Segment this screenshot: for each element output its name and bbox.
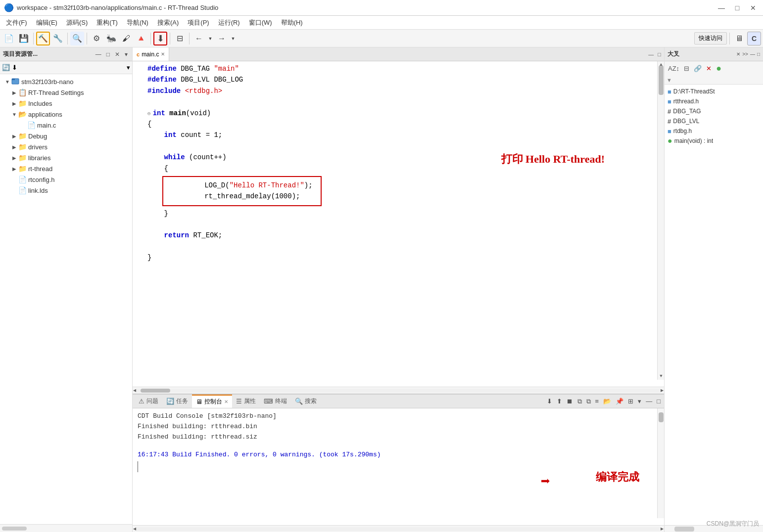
editor-hscroll[interactable]: ◀ ▶	[133, 387, 664, 394]
editor-vscroll[interactable]: ▲ ▼	[657, 61, 664, 380]
tree-item-applications[interactable]: ▼ 📂 applications	[0, 109, 132, 120]
maximize-button[interactable]: □	[731, 2, 743, 14]
chscroll-right[interactable]: ▶	[660, 527, 664, 531]
flash-button[interactable]: ⬇	[153, 32, 167, 45]
console-ctrl-copy2[interactable]: ⧉	[585, 397, 592, 406]
tab-properties[interactable]: ☰ 属性	[232, 395, 260, 408]
tree-item-includes[interactable]: ▶ 📁 Includes	[0, 98, 132, 109]
grid-button[interactable]: ⊟	[173, 32, 187, 45]
console-tab-close[interactable]: ✕	[224, 399, 228, 404]
menu-edit[interactable]: 编辑(E)	[32, 17, 61, 29]
back-dropdown[interactable]: ▼	[207, 32, 214, 45]
forward-button[interactable]: →	[215, 32, 229, 45]
tree-arrow-drivers[interactable]: ▶	[11, 144, 18, 150]
menu-navigate[interactable]: 导航(N)	[123, 17, 152, 29]
quick-access-button[interactable]: 快速访问	[694, 32, 727, 44]
console-ctrl-stop[interactable]: ⏹	[565, 397, 574, 406]
tree-item-rt-settings[interactable]: ▶ 📋 RT-Thread Settings	[0, 87, 132, 98]
menu-window[interactable]: 窗口(W)	[245, 17, 276, 29]
tree-arrow-includes[interactable]: ▶	[11, 101, 18, 106]
tree-item-link-lds[interactable]: 📄 link.lds	[0, 185, 132, 196]
console-ctrl-maximize[interactable]: □	[655, 397, 662, 406]
console-ctrl-copy1[interactable]: ⧉	[576, 397, 583, 406]
panel-minimize-btn[interactable]: —	[94, 50, 103, 58]
tree-arrow-applications[interactable]: ▼	[11, 112, 18, 117]
outline-item-dbg-tag[interactable]: # DBG_TAG	[665, 106, 763, 116]
tree-item-rt-thread[interactable]: ▶ 📁 rt-thread	[0, 163, 132, 174]
tree-item-debug[interactable]: ▶ 📁 Debug	[0, 131, 132, 141]
scroll-down-btn[interactable]: ▼	[658, 373, 664, 380]
tree-arrow-rt-settings[interactable]: ▶	[11, 90, 18, 95]
left-scroll-h[interactable]	[0, 524, 132, 532]
rp-chevron-down[interactable]: ▼	[667, 77, 672, 83]
hscroll-right-btn[interactable]: ▶	[660, 389, 664, 393]
tab-problems[interactable]: ⚠ 问题	[135, 395, 162, 408]
upload-button[interactable]: 🔺	[134, 32, 148, 45]
hscroll-left-btn[interactable]: ◀	[133, 389, 137, 393]
tab-main-c[interactable]: c main.c ✕	[133, 47, 169, 61]
console-ctrl-new[interactable]: ⊞	[626, 397, 635, 406]
panel-toolbar-btn1[interactable]: 🔄	[2, 64, 10, 71]
rp-close-btn[interactable]: ✕	[736, 51, 740, 57]
panel-toolbar-btn3[interactable]: ▾	[127, 64, 130, 71]
menu-refactor[interactable]: 重构(T)	[93, 17, 122, 29]
tab-close-btn[interactable]: ✕	[161, 51, 165, 57]
panel-menu-btn[interactable]: ▾	[123, 50, 129, 58]
ant-button[interactable]: 🐜	[104, 32, 118, 45]
menu-help[interactable]: 帮助(H)	[277, 17, 307, 29]
panel-toolbar-btn2[interactable]: ⬇	[12, 64, 17, 71]
menu-project[interactable]: 项目(P)	[184, 17, 213, 29]
console-ctrl-down[interactable]: ⬇	[545, 397, 554, 406]
menu-search[interactable]: 搜索(A)	[153, 17, 183, 29]
build-button[interactable]: 🔨	[36, 32, 50, 45]
rp-collapse-btn[interactable]: ⊟	[682, 64, 691, 73]
paint-button[interactable]: 🖌	[119, 32, 133, 45]
tree-arrow-debug[interactable]: ▶	[11, 133, 18, 139]
tab-tasks[interactable]: 🔄 任务	[162, 395, 192, 408]
forward-dropdown[interactable]: ▼	[230, 32, 237, 45]
minimize-button[interactable]: —	[715, 2, 727, 14]
console-output[interactable]: CDT Build Console [stm32f103rb-nano] Fin…	[133, 408, 664, 525]
rp-link-btn[interactable]: 🔗	[692, 64, 703, 73]
console-ctrl-list[interactable]: ≡	[594, 397, 601, 406]
console-ctrl-pin[interactable]: 📌	[614, 397, 625, 406]
tree-arrow-root[interactable]: ▼	[4, 79, 11, 85]
panel-close-btn[interactable]: ✕	[113, 50, 121, 58]
tree-item-rtconfig-h[interactable]: 📄 rtconfig.h	[0, 174, 132, 185]
console-hscroll[interactable]: ◀ ▶	[133, 525, 664, 532]
chscroll-left[interactable]: ◀	[133, 527, 137, 531]
tab-search[interactable]: 🔍 搜索	[291, 395, 321, 408]
tree-arrow-libraries[interactable]: ▶	[11, 155, 18, 161]
new-button[interactable]: 📄	[2, 32, 16, 45]
tree-arrow-rt-thread[interactable]: ▶	[11, 166, 18, 172]
console-vscroll[interactable]	[657, 408, 664, 518]
scroll-up-btn[interactable]: ▲	[658, 61, 664, 68]
menu-file[interactable]: 文件(F)	[2, 17, 31, 29]
rp-maximize-btn[interactable]: □	[757, 51, 760, 57]
close-button[interactable]: ✕	[747, 2, 759, 14]
menu-run[interactable]: 运行(R)	[214, 17, 244, 29]
menu-source[interactable]: 源码(S)	[62, 17, 92, 29]
c-perspective-button[interactable]: C	[747, 32, 761, 45]
outline-item-rtthread-h[interactable]: ■ rtthread.h	[665, 96, 763, 106]
console-ctrl-up[interactable]: ⬆	[555, 397, 564, 406]
tree-item-libraries[interactable]: ▶ 📁 libraries	[0, 152, 132, 163]
outline-item-dbg-lvl[interactable]: # DBG_LVL	[665, 116, 763, 126]
back-button[interactable]: ←	[192, 32, 206, 45]
outline-item-main-fn[interactable]: ● main(void) : int	[665, 136, 763, 146]
rp-minimize-btn[interactable]: —	[750, 51, 755, 57]
debug-button[interactable]: 🔍	[70, 32, 84, 45]
tab-console[interactable]: 🖥 控制台 ✕	[192, 395, 232, 408]
panel-maximize-btn[interactable]: □	[105, 50, 111, 58]
console-ctrl-open[interactable]: 📂	[602, 397, 613, 406]
rp-dot-btn[interactable]: ●	[715, 62, 723, 75]
tree-item-root[interactable]: ▼ stm32f103rb-nano	[0, 76, 132, 87]
console-ctrl-dropdown[interactable]: ▾	[636, 397, 643, 406]
outline-item-rtdbg-h[interactable]: ■ rtdbg.h	[665, 126, 763, 136]
rp-expand-btn[interactable]: >>	[742, 51, 748, 57]
tree-item-main-c[interactable]: 📄 main.c	[0, 120, 132, 131]
console-ctrl-minimize[interactable]: —	[644, 397, 654, 406]
perspective-button[interactable]: 🖥	[732, 32, 746, 45]
outline-item-folder[interactable]: ■ D:\RT-ThreadSt	[665, 87, 763, 96]
tab-maximize-btn[interactable]: □	[657, 50, 662, 58]
